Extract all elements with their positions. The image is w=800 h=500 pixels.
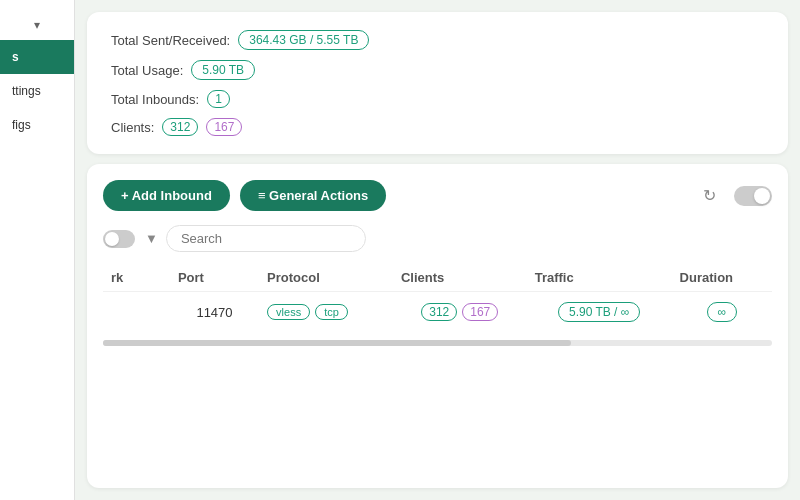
total-usage-badge: 5.90 TB: [191, 60, 255, 80]
search-input[interactable]: [166, 225, 366, 252]
toggle-track[interactable]: [734, 186, 772, 206]
total-inbounds-badge: 1: [207, 90, 230, 108]
chevron-icon: ▾: [34, 18, 40, 32]
client-badge-1: 312: [421, 303, 457, 321]
col-header-clients: Clients: [393, 264, 527, 292]
scroll-bar-thumb: [103, 340, 571, 346]
total-sent-label: Total Sent/Received:: [111, 33, 230, 48]
clients-badge-1: 312: [162, 118, 198, 136]
filter-toggle-knob: [105, 232, 119, 246]
general-actions-label: ≡ General Actions: [258, 188, 368, 203]
total-inbounds-label: Total Inbounds:: [111, 92, 199, 107]
client-badge-2: 167: [462, 303, 498, 321]
col-header-remark: rk: [103, 264, 170, 292]
stat-row-sent: Total Sent/Received: 364.43 GB / 5.55 TB: [111, 30, 764, 50]
clients-badge-2: 167: [206, 118, 242, 136]
filter-row: ▼: [103, 225, 772, 252]
sidebar-item-settings[interactable]: ttings: [0, 74, 74, 108]
sidebar-label-active: s: [12, 50, 19, 64]
total-sent-badge: 364.43 GB / 5.55 TB: [238, 30, 369, 50]
filter-toggle[interactable]: [103, 230, 135, 248]
protocol-tag-tcp: tcp: [315, 304, 348, 320]
table-row: 11470 vless tcp 312 167: [103, 292, 772, 333]
toggle-knob: [754, 188, 770, 204]
stats-card: Total Sent/Received: 364.43 GB / 5.55 TB…: [87, 12, 788, 154]
traffic-cell: 5.90 TB / ∞: [535, 302, 664, 322]
cell-remark: [103, 292, 170, 333]
duration-badge: ∞: [707, 302, 738, 322]
total-usage-label: Total Usage:: [111, 63, 183, 78]
col-header-traffic: Traffic: [527, 264, 672, 292]
scroll-bar-area[interactable]: [103, 340, 772, 346]
col-header-protocol: Protocol: [259, 264, 393, 292]
stat-row-usage: Total Usage: 5.90 TB: [111, 60, 764, 80]
sidebar-chevron[interactable]: ▾: [0, 10, 74, 40]
filter-icon: ▼: [145, 231, 158, 246]
stat-row-inbounds: Total Inbounds: 1: [111, 90, 764, 108]
action-bar: + Add Inbound ≡ General Actions ↻: [103, 180, 772, 211]
sidebar-label-configs: figs: [12, 118, 31, 132]
col-header-duration: Duration: [672, 264, 772, 292]
add-inbound-label: + Add Inbound: [121, 188, 212, 203]
protocol-tag-vless: vless: [267, 304, 310, 320]
stat-row-clients: Clients: 312 167: [111, 118, 764, 136]
sidebar-item-active[interactable]: s: [0, 40, 74, 74]
col-header-port: Port: [170, 264, 259, 292]
toggle-switch[interactable]: [734, 186, 772, 206]
cell-port: 11470: [170, 292, 259, 333]
protocol-tags: vless tcp: [267, 304, 385, 320]
clients-label: Clients:: [111, 120, 154, 135]
cell-traffic: 5.90 TB / ∞: [527, 292, 672, 333]
cell-protocol: vless tcp: [259, 292, 393, 333]
cell-duration: ∞: [672, 292, 772, 333]
sidebar-item-configs[interactable]: figs: [0, 108, 74, 142]
traffic-badge: 5.90 TB / ∞: [558, 302, 640, 322]
main-content: Total Sent/Received: 364.43 GB / 5.55 TB…: [75, 0, 800, 500]
table-header-row: rk Port Protocol Clients Traffic Duratio…: [103, 264, 772, 292]
sidebar: ▾ s ttings figs: [0, 0, 75, 500]
refresh-icon[interactable]: ↻: [703, 186, 716, 205]
add-inbound-button[interactable]: + Add Inbound: [103, 180, 230, 211]
table-card: + Add Inbound ≡ General Actions ↻ ▼: [87, 164, 788, 488]
general-actions-button[interactable]: ≡ General Actions: [240, 180, 386, 211]
sidebar-label-settings: ttings: [12, 84, 41, 98]
cell-clients: 312 167: [393, 292, 527, 333]
data-table: rk Port Protocol Clients Traffic Duratio…: [103, 264, 772, 332]
clients-cell: 312 167: [401, 303, 519, 321]
